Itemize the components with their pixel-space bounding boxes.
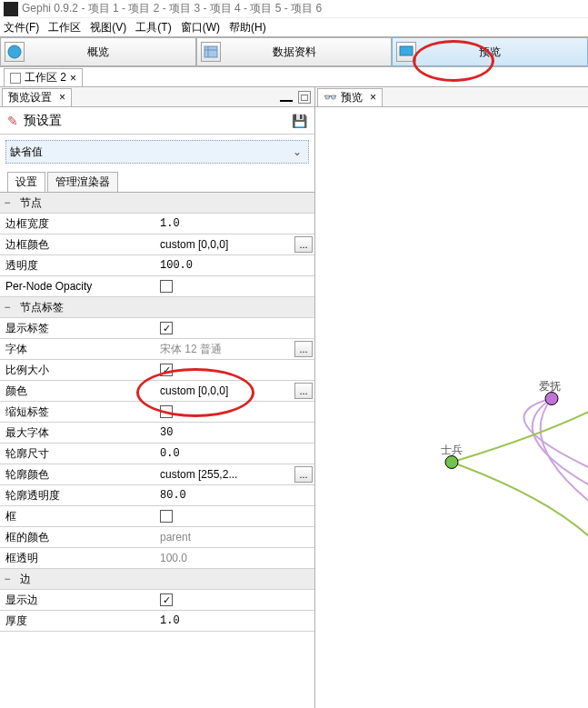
row-max-font[interactable]: 最大字体 30 [0, 423, 314, 444]
row-shorten-label[interactable]: 缩短标签 [0, 402, 314, 423]
tab-datalab[interactable]: 数据资料 [196, 37, 393, 66]
collapse-icon: − [0, 193, 15, 213]
window-title: Gephi 0.9.2 - 项目 1 - 项目 2 - 项目 3 - 项目 4 … [22, 1, 322, 16]
tab-preview-settings[interactable]: 预览设置 × [2, 88, 72, 106]
preview-panel: 👓 预览 × 爱抚 士兵 [315, 87, 588, 708]
svg-point-0 [8, 45, 21, 58]
row-box[interactable]: 框 [0, 506, 314, 527]
tab-preview[interactable]: 预览 [392, 37, 588, 66]
preview-tab-label: 预览 [341, 90, 363, 105]
row-border-color[interactable]: 边框颜色 custom [0,0,0]... [0, 234, 314, 255]
glasses-icon: 👓 [324, 91, 337, 104]
tab-preview-panel[interactable]: 👓 预览 × [317, 88, 383, 106]
graph-canvas[interactable]: 爱抚 士兵 [315, 107, 588, 708]
row-show-label[interactable]: 显示标签 ✓ [0, 318, 314, 339]
globe-icon [5, 42, 25, 62]
tab-datalab-label: 数据资料 [273, 45, 316, 60]
tab-preview-settings-label: 预览设置 [8, 90, 52, 105]
monitor-icon [396, 42, 416, 62]
workspace-close-icon[interactable]: × [70, 72, 76, 85]
collapse-icon: − [0, 569, 15, 589]
chevron-down-icon: ⌄ [290, 145, 304, 159]
menu-window[interactable]: 窗口(W) [181, 20, 220, 35]
svg-rect-4 [400, 46, 413, 55]
group-node[interactable]: − 节点 [0, 193, 314, 214]
preset-title: 预设置 [24, 113, 62, 129]
settings-inner-tabs: 设置 管理渲染器 [0, 169, 314, 193]
checkbox-checked[interactable]: ✓ [160, 364, 173, 376]
tag-icon: ✎ [7, 114, 18, 128]
menu-tools[interactable]: 工具(T) [135, 20, 171, 35]
inner-tab-renderers[interactable]: 管理渲染器 [47, 172, 118, 192]
preset-header: ✎ 预设置 💾 [0, 107, 314, 135]
main-tabs: 概览 数据资料 预览 [0, 36, 588, 67]
property-grid: − 节点 边框宽度 1.0 边框颜色 custom [0,0,0]... 透明度… [0, 193, 314, 708]
preview-settings-panel: 预览设置 × □ ✎ 预设置 💾 缺省值 ⌄ 设置 管理渲染器 [0, 87, 315, 708]
menu-workspace[interactable]: 工作区 [48, 20, 81, 35]
menubar: 文件(F) 工作区 视图(V) 工具(T) 窗口(W) 帮助(H) [0, 18, 588, 36]
inner-tab-settings[interactable]: 设置 [7, 172, 45, 192]
menu-view[interactable]: 视图(V) [90, 20, 126, 35]
browse-button[interactable]: ... [294, 236, 313, 253]
preset-combo-value: 缺省值 [10, 145, 43, 160]
workspace-tab[interactable]: 工作区 2 × [4, 68, 83, 86]
collapse-icon: − [0, 297, 15, 317]
row-thickness[interactable]: 厚度 1.0 [0, 611, 314, 632]
row-outline-opacity[interactable]: 轮廓透明度 80.0 [0, 485, 314, 506]
checkbox[interactable] [160, 405, 173, 418]
browse-button[interactable]: ... [294, 383, 313, 399]
checkbox-checked[interactable]: ✓ [160, 593, 173, 606]
minimize-icon[interactable] [280, 100, 293, 102]
row-per-node-opacity[interactable]: Per-Node Opacity [0, 276, 314, 297]
table-icon [201, 42, 221, 62]
node-label: 爱抚 [539, 380, 561, 393]
menu-help[interactable]: 帮助(H) [229, 20, 266, 35]
right-panel-tabs: 👓 预览 × [315, 87, 588, 107]
checkbox[interactable] [160, 510, 173, 523]
tab-overview[interactable]: 概览 [0, 37, 196, 66]
row-opacity[interactable]: 透明度 100.0 [0, 255, 314, 276]
checkbox-checked[interactable]: ✓ [160, 322, 173, 334]
preset-combo[interactable]: 缺省值 ⌄ [5, 140, 309, 164]
tab-preview-label: 预览 [479, 45, 501, 60]
svg-rect-1 [204, 46, 217, 57]
row-show-edge[interactable]: 显示边 ✓ [0, 590, 314, 611]
titlebar: Gephi 0.9.2 - 项目 1 - 项目 2 - 项目 3 - 项目 4 … [0, 0, 588, 18]
row-outline-size[interactable]: 轮廓尺寸 0.0 [0, 444, 314, 464]
save-icon[interactable]: 💾 [292, 114, 307, 128]
menu-file[interactable]: 文件(F) [4, 20, 39, 35]
row-color[interactable]: 颜色 custom [0,0,0]... [0, 381, 314, 402]
svg-point-5 [545, 393, 558, 405]
row-outline-color[interactable]: 轮廓颜色 custom [255,2...... [0, 464, 314, 485]
group-edge[interactable]: − 边 [0, 569, 314, 590]
browse-button[interactable]: ... [294, 466, 313, 483]
workspace-checkbox-icon [10, 73, 21, 84]
svg-point-6 [445, 456, 458, 469]
close-icon[interactable]: × [59, 91, 65, 104]
tab-overview-label: 概览 [87, 45, 109, 60]
browse-button[interactable]: ... [294, 341, 313, 357]
row-box-opacity[interactable]: 框透明 100.0 [0, 548, 314, 569]
row-box-color[interactable]: 框的颜色 parent [0, 527, 314, 548]
node-label: 士兵 [441, 444, 463, 456]
workspace-tab-label: 工作区 2 [25, 70, 66, 85]
close-icon[interactable]: × [370, 91, 376, 104]
row-proportional-size[interactable]: 比例大小 ✓ [0, 360, 314, 381]
row-border-width[interactable]: 边框宽度 1.0 [0, 214, 314, 234]
checkbox[interactable] [160, 280, 173, 293]
row-font[interactable]: 字体 宋体 12 普通... [0, 339, 314, 360]
maximize-icon[interactable]: □ [298, 91, 311, 104]
main-split: 预览设置 × □ ✎ 预设置 💾 缺省值 ⌄ 设置 管理渲染器 [0, 87, 588, 708]
left-panel-tabs: 预览设置 × □ [0, 87, 314, 107]
app-icon [4, 2, 18, 16]
workspace-tabs: 工作区 2 × [0, 67, 588, 87]
group-node-label[interactable]: − 节点标签 [0, 297, 314, 318]
